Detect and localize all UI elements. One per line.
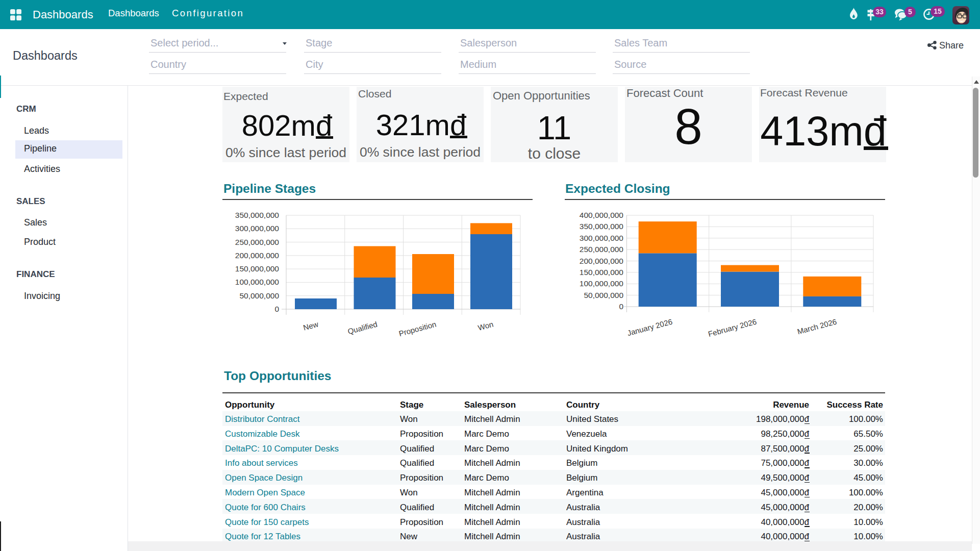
svg-text:Won: Won bbox=[477, 319, 494, 332]
svg-text:350,000,000: 350,000,000 bbox=[580, 222, 624, 231]
svg-text:200,000,000: 200,000,000 bbox=[580, 257, 624, 265]
svg-text:200,000,000: 200,000,000 bbox=[235, 251, 280, 260]
svg-text:300,000,000: 300,000,000 bbox=[235, 224, 280, 233]
svg-text:Qualified: Qualified bbox=[347, 319, 379, 336]
svg-text:300,000,000: 300,000,000 bbox=[580, 234, 624, 242]
svg-text:100,000,000: 100,000,000 bbox=[235, 278, 280, 286]
svg-text:0: 0 bbox=[274, 305, 279, 313]
svg-text:March 2026: March 2026 bbox=[796, 317, 838, 336]
svg-text:250,000,000: 250,000,000 bbox=[235, 238, 280, 246]
svg-text:February 2026: February 2026 bbox=[707, 317, 758, 338]
svg-text:0: 0 bbox=[619, 302, 623, 311]
svg-text:Proposition: Proposition bbox=[398, 319, 437, 338]
svg-text:350,000,000: 350,000,000 bbox=[235, 211, 280, 219]
svg-text:100,000,000: 100,000,000 bbox=[580, 279, 624, 288]
svg-text:New: New bbox=[302, 319, 319, 332]
svg-text:400,000,000: 400,000,000 bbox=[580, 211, 624, 219]
svg-text:150,000,000: 150,000,000 bbox=[235, 264, 280, 273]
svg-text:150,000,000: 150,000,000 bbox=[580, 268, 624, 277]
svg-text:250,000,000: 250,000,000 bbox=[580, 245, 624, 254]
svg-text:50,000,000: 50,000,000 bbox=[239, 291, 279, 300]
svg-text:January 2026: January 2026 bbox=[626, 317, 673, 337]
svg-text:50,000,000: 50,000,000 bbox=[584, 291, 623, 299]
